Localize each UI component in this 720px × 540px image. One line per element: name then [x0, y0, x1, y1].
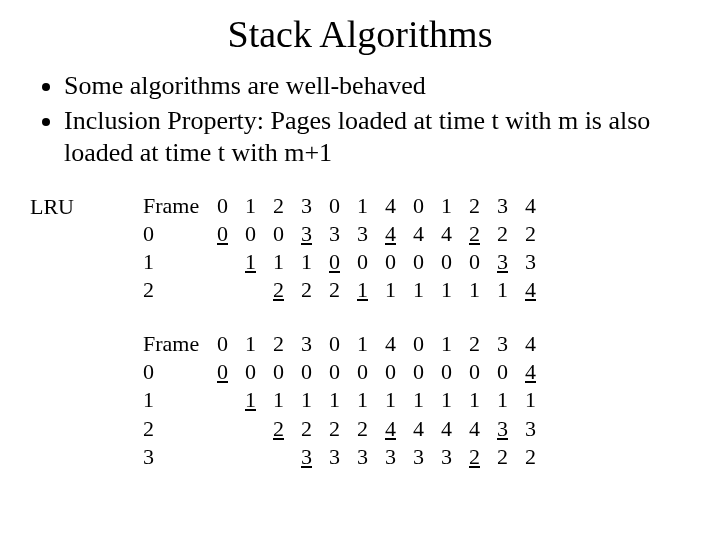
bullet-list: Some algorithms are well-behaved Inclusi…	[30, 70, 690, 170]
frame-cell: 2	[270, 276, 298, 304]
reference-cell: 3	[494, 192, 522, 220]
frame-cell: 3	[354, 443, 382, 471]
frame-cell: 2	[494, 443, 522, 471]
frame-cell: 1	[354, 276, 382, 304]
frame-cell: 2	[466, 443, 494, 471]
reference-cell: 4	[522, 192, 550, 220]
frame-cell: 1	[242, 386, 270, 414]
frame-cell: 2	[354, 415, 382, 443]
frame-cell: 0	[410, 248, 438, 276]
frame-cell	[214, 276, 242, 304]
frame-cell: 0	[466, 358, 494, 386]
frame-cell: 4	[522, 358, 550, 386]
frame-cell: 0	[354, 248, 382, 276]
frame-cell: 2	[522, 220, 550, 248]
frame-cell: 2	[326, 276, 354, 304]
frame-row-label: 1	[140, 386, 214, 414]
reference-cell: 4	[522, 330, 550, 358]
frame-cell: 1	[466, 276, 494, 304]
frame-cell: 1	[242, 248, 270, 276]
frame-cell	[242, 276, 270, 304]
frame-cell: 1	[298, 386, 326, 414]
slide-title: Stack Algorithms	[30, 12, 690, 56]
frame-cell: 4	[466, 415, 494, 443]
frame-cell: 4	[410, 220, 438, 248]
frame-cell: 3	[298, 220, 326, 248]
frame-cell: 0	[494, 358, 522, 386]
frame-cell: 0	[438, 358, 466, 386]
frame-cell: 4	[438, 415, 466, 443]
reference-cell: 1	[242, 192, 270, 220]
reference-cell: 0	[214, 330, 242, 358]
frame-cell: 1	[298, 248, 326, 276]
frame-cell: 3	[354, 220, 382, 248]
frame-cell: 1	[270, 248, 298, 276]
reference-cell: 3	[298, 192, 326, 220]
frame-cell: 4	[382, 220, 410, 248]
frame-cell: 2	[466, 220, 494, 248]
frame-header-label: Frame	[140, 192, 214, 220]
frame-row-label: 3	[140, 443, 214, 471]
reference-cell: 1	[354, 192, 382, 220]
frame-cell: 0	[242, 220, 270, 248]
frame-table-4: Frame01230140123400000000000041 11111111…	[140, 330, 550, 471]
frame-cell: 3	[522, 248, 550, 276]
frame-cell	[214, 443, 242, 471]
frame-cell: 0	[214, 220, 242, 248]
frame-cell: 3	[438, 443, 466, 471]
frame-cell: 1	[466, 386, 494, 414]
frame-cell: 4	[522, 276, 550, 304]
frame-cell: 0	[270, 220, 298, 248]
frame-row-label: 2	[140, 276, 214, 304]
frame-cell: 3	[382, 443, 410, 471]
frame-cell: 1	[354, 386, 382, 414]
frame-cell: 1	[326, 386, 354, 414]
reference-cell: 1	[242, 330, 270, 358]
frame-cell	[214, 415, 242, 443]
frame-table-3: Frame01230140123400003334442221 11100000…	[140, 192, 550, 305]
frame-cell: 2	[522, 443, 550, 471]
frame-cell: 2	[298, 276, 326, 304]
frame-cell: 1	[382, 386, 410, 414]
reference-cell: 2	[466, 330, 494, 358]
frame-cell: 1	[410, 276, 438, 304]
body-row: LRU Frame01230140123400003334442221 1110…	[30, 192, 690, 497]
reference-cell: 1	[438, 330, 466, 358]
frame-cell: 4	[382, 415, 410, 443]
reference-cell: 0	[326, 192, 354, 220]
frame-cell: 2	[494, 220, 522, 248]
frame-cell: 1	[270, 386, 298, 414]
reference-cell: 3	[494, 330, 522, 358]
bullet-item: Inclusion Property: Pages loaded at time…	[64, 105, 690, 170]
frame-row-label: 2	[140, 415, 214, 443]
frame-cell: 0	[270, 358, 298, 386]
frame-cell: 0	[298, 358, 326, 386]
frame-cell: 0	[242, 358, 270, 386]
frame-cell: 0	[354, 358, 382, 386]
lru-label: LRU	[30, 192, 140, 220]
frame-cell: 1	[382, 276, 410, 304]
frame-cell: 3	[494, 248, 522, 276]
frame-cell: 1	[410, 386, 438, 414]
frame-cell: 1	[494, 276, 522, 304]
reference-cell: 1	[438, 192, 466, 220]
frame-cell: 3	[298, 443, 326, 471]
frame-cell	[214, 248, 242, 276]
frame-row-label: 1	[140, 248, 214, 276]
frame-cell: 0	[326, 358, 354, 386]
frame-cell	[242, 443, 270, 471]
tables-container: Frame01230140123400003334442221 11100000…	[140, 192, 550, 497]
reference-cell: 2	[270, 330, 298, 358]
reference-cell: 0	[326, 330, 354, 358]
reference-cell: 2	[270, 192, 298, 220]
frame-cell: 3	[494, 415, 522, 443]
frame-cell: 2	[326, 415, 354, 443]
frame-cell	[270, 443, 298, 471]
frame-cell: 3	[410, 443, 438, 471]
frame-cell: 0	[438, 248, 466, 276]
reference-cell: 0	[410, 192, 438, 220]
frame-row-label: 0	[140, 220, 214, 248]
frame-cell: 0	[214, 358, 242, 386]
bullet-item: Some algorithms are well-behaved	[64, 70, 690, 103]
frame-cell: 1	[522, 386, 550, 414]
